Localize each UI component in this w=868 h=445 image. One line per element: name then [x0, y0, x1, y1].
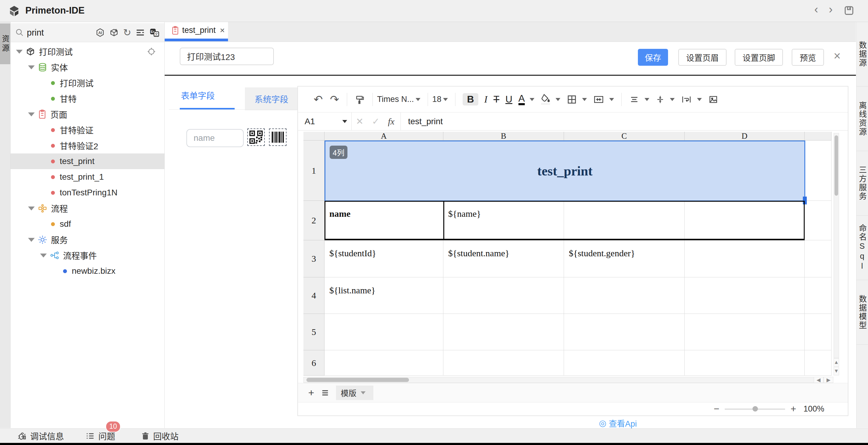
bold-button[interactable]: B [463, 93, 478, 105]
borders-dropdown-icon[interactable] [582, 98, 587, 101]
caret-down-icon[interactable] [40, 254, 47, 257]
scroll-down-icon[interactable]: ▼ [834, 367, 839, 375]
preview-button[interactable]: 预览 [792, 49, 824, 66]
borders-icon[interactable] [567, 95, 577, 104]
tree-item-流程事件[interactable]: 流程事件 [10, 248, 164, 263]
vertical-align-icon[interactable] [656, 95, 664, 104]
cell-value[interactable]: ${student.gender} [569, 248, 635, 258]
editor-close-icon[interactable]: × [834, 49, 841, 63]
translate-icon[interactable]: En文 [149, 27, 159, 38]
font-color-dropdown-icon[interactable] [530, 98, 534, 101]
scroll-right-icon[interactable]: ▶ [824, 377, 833, 383]
font-color-button[interactable]: A [519, 93, 525, 105]
collapse-all-icon[interactable] [135, 28, 145, 37]
tree-item-newbiz.bizx[interactable]: newbiz.bizx [10, 263, 164, 279]
cell-value[interactable]: ${studentId} [329, 248, 376, 258]
sheet-tab-dropdown-icon[interactable] [361, 391, 366, 394]
grid-cell[interactable] [324, 350, 443, 376]
grid-cell[interactable] [564, 350, 685, 376]
fill-color-dropdown-icon[interactable] [556, 98, 560, 101]
row-header-4[interactable]: 4 [303, 277, 324, 314]
tab-system-fields[interactable]: 系统字段 [245, 88, 298, 110]
grid-cell[interactable] [805, 140, 832, 201]
grid-corner-cell[interactable] [303, 132, 324, 140]
grid-cell[interactable] [324, 240, 443, 277]
fill-color-icon[interactable] [541, 94, 550, 105]
row-header-5[interactable]: 5 [303, 314, 324, 350]
grid-cell[interactable] [685, 240, 805, 277]
field-chip-name[interactable]: name [186, 129, 244, 147]
column-header-B[interactable]: B [443, 132, 564, 140]
vertical-align-dropdown-icon[interactable] [670, 98, 675, 101]
sheet-grid[interactable]: ABCD123456name${name}${studentId}${stude… [303, 132, 843, 383]
tree-item-sdf[interactable]: sdf [10, 216, 164, 232]
grid-cell[interactable] [805, 314, 832, 350]
tree-item-tonTestPring1N[interactable]: tonTestPring1N [10, 185, 164, 200]
debug-info-item[interactable]: 调试信息 [18, 430, 64, 442]
merge-cells-icon[interactable] [593, 95, 604, 104]
format-painter-icon[interactable] [355, 95, 365, 104]
vertical-scrollbar-thumb[interactable] [835, 135, 838, 196]
tree-item-打印测试[interactable]: 打印测试 [10, 44, 164, 59]
barcode-icon[interactable] [269, 128, 286, 146]
recycle-bin-item[interactable]: 回收站 [141, 430, 179, 442]
function-icon[interactable]: fx [388, 116, 395, 127]
horizontal-align-icon[interactable] [629, 95, 639, 104]
grid-cell[interactable] [324, 314, 443, 350]
add-sheet-icon[interactable]: + [308, 387, 314, 399]
right-rail-tab-数据源[interactable]: 数据源 [857, 22, 868, 87]
row-header-1[interactable]: 1 [303, 140, 324, 201]
tab-close-icon[interactable]: × [220, 26, 225, 35]
tree-item-流程[interactable]: 流程 [10, 200, 164, 216]
search-icon[interactable] [16, 28, 24, 37]
tree-item-页面[interactable]: 页面 [10, 106, 164, 122]
qrcode-icon[interactable] [247, 128, 265, 146]
tree-item-test_print_1[interactable]: test_print_1 [10, 169, 164, 185]
cell-value[interactable]: ${list.name} [329, 285, 375, 295]
grid-cell[interactable] [685, 277, 805, 314]
save-all-icon[interactable] [843, 5, 855, 16]
tree-item-甘特验证2[interactable]: 甘特验证2 [10, 138, 164, 154]
set-page-header-button[interactable]: 设置页眉 [678, 49, 726, 66]
grid-cell[interactable] [443, 277, 564, 314]
formula-confirm-icon[interactable]: ✓ [372, 116, 379, 127]
row-header-3[interactable]: 3 [303, 240, 324, 277]
merge-cells-dropdown-icon[interactable] [609, 98, 614, 101]
insert-image-icon[interactable] [709, 95, 718, 104]
underline-button[interactable]: U [505, 94, 513, 105]
tree-item-打印测试[interactable]: 打印测试 [10, 75, 164, 91]
redo-icon[interactable]: ↷ [330, 93, 339, 106]
cell-reference-box[interactable]: A1 [298, 113, 352, 130]
scroll-up-icon[interactable]: ▲ [834, 358, 839, 367]
tab-test-print[interactable]: test_print × [165, 22, 228, 39]
text-wrap-dropdown-icon[interactable] [697, 98, 702, 101]
grid-cell[interactable] [685, 350, 805, 376]
tree-item-甘特[interactable]: 甘特 [10, 91, 164, 106]
caret-down-icon[interactable] [28, 238, 35, 242]
scroll-left-icon[interactable]: ◀ [814, 377, 824, 383]
grid-cell[interactable] [324, 277, 443, 314]
tree-item-甘特验证[interactable]: 甘特验证 [10, 122, 164, 138]
cell-value[interactable]: ${student.name} [448, 248, 509, 258]
view-api-link[interactable]: ◎ 查看Api [599, 417, 637, 429]
font-family-select[interactable]: Times N... [377, 95, 414, 104]
formula-value[interactable]: test_print [408, 117, 443, 126]
formula-cancel-icon[interactable]: ✕ [356, 116, 364, 127]
column-header-A[interactable]: A [324, 132, 443, 140]
row-header-6[interactable]: 6 [303, 350, 324, 376]
right-rail-tab-离线资源[interactable]: 离线资源 [857, 87, 868, 151]
text-wrap-icon[interactable] [681, 95, 691, 104]
ai-assistant-icon[interactable]: AI [95, 28, 105, 37]
right-rail-tab-命名Sql[interactable]: 命名Sql [857, 216, 868, 280]
new-module-icon[interactable] [109, 28, 119, 37]
grid-cell[interactable] [805, 277, 832, 314]
undo-icon[interactable]: ↶ [314, 93, 323, 106]
nav-forward-icon[interactable]: › [829, 4, 833, 15]
grid-cell[interactable] [564, 240, 685, 277]
tree-item-实体[interactable]: 实体 [10, 59, 164, 75]
problems-item[interactable]: 问题 10 [86, 430, 115, 442]
grid-cell[interactable] [443, 314, 564, 350]
zoom-in-icon[interactable]: + [790, 403, 796, 415]
caret-down-icon[interactable] [28, 206, 35, 211]
grid-cell[interactable] [443, 350, 564, 376]
